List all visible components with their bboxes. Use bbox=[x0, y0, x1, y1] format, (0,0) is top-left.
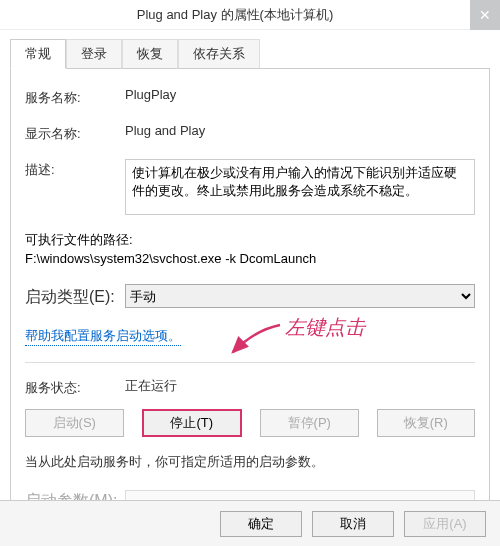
description-label: 描述: bbox=[25, 159, 125, 179]
startup-type-select[interactable]: 手动 bbox=[125, 284, 475, 308]
window-title: Plug and Play 的属性(本地计算机) bbox=[0, 6, 470, 24]
ok-button[interactable]: 确定 bbox=[220, 511, 302, 537]
startup-type-label: 启动类型(E): bbox=[25, 285, 125, 308]
dialog-footer: 确定 取消 应用(A) bbox=[0, 500, 500, 546]
tab-general[interactable]: 常规 bbox=[10, 39, 66, 69]
service-name-label: 服务名称: bbox=[25, 87, 125, 107]
tab-dependencies[interactable]: 依存关系 bbox=[178, 39, 260, 69]
service-name-row: 服务名称: PlugPlay bbox=[25, 87, 475, 107]
startup-type-row: 启动类型(E): 手动 bbox=[25, 284, 475, 308]
general-panel: 服务名称: PlugPlay 显示名称: Plug and Play 描述: 使… bbox=[10, 69, 490, 525]
close-button[interactable]: ✕ bbox=[470, 0, 500, 30]
display-name-label: 显示名称: bbox=[25, 123, 125, 143]
description-row: 描述: 使计算机在极少或没有用户输入的情况下能识别并适应硬件的更改。终止或禁用此… bbox=[25, 159, 475, 215]
content-area: 常规 登录 恢复 依存关系 服务名称: PlugPlay 显示名称: Plug … bbox=[0, 30, 500, 525]
stop-button[interactable]: 停止(T) bbox=[142, 409, 243, 437]
tab-logon[interactable]: 登录 bbox=[66, 39, 122, 69]
service-status-label: 服务状态: bbox=[25, 377, 125, 397]
pause-button: 暂停(P) bbox=[260, 409, 359, 437]
display-name-value: Plug and Play bbox=[125, 123, 475, 138]
cancel-button[interactable]: 取消 bbox=[312, 511, 394, 537]
start-button: 启动(S) bbox=[25, 409, 124, 437]
service-control-buttons: 启动(S) 停止(T) 暂停(P) 恢复(R) bbox=[25, 409, 475, 437]
tab-strip: 常规 登录 恢复 依存关系 bbox=[10, 38, 490, 69]
separator bbox=[25, 362, 475, 363]
service-status-row: 服务状态: 正在运行 bbox=[25, 377, 475, 397]
titlebar: Plug and Play 的属性(本地计算机) ✕ bbox=[0, 0, 500, 30]
close-icon: ✕ bbox=[479, 7, 491, 23]
properties-dialog: Plug and Play 的属性(本地计算机) ✕ 常规 登录 恢复 依存关系… bbox=[0, 0, 500, 546]
apply-button: 应用(A) bbox=[404, 511, 486, 537]
startup-params-hint: 当从此处启动服务时，你可指定所适用的启动参数。 bbox=[25, 453, 475, 471]
executable-path-section: 可执行文件的路径: F:\windows\system32\svchost.ex… bbox=[25, 231, 475, 266]
help-link[interactable]: 帮助我配置服务启动选项。 bbox=[25, 327, 181, 346]
resume-button: 恢复(R) bbox=[377, 409, 476, 437]
service-status-value: 正在运行 bbox=[125, 377, 475, 395]
description-textbox[interactable]: 使计算机在极少或没有用户输入的情况下能识别并适应硬件的更改。终止或禁用此服务会造… bbox=[125, 159, 475, 215]
tab-recovery[interactable]: 恢复 bbox=[122, 39, 178, 69]
executable-path-value: F:\windows\system32\svchost.exe -k DcomL… bbox=[25, 251, 475, 266]
service-name-value: PlugPlay bbox=[125, 87, 475, 102]
display-name-row: 显示名称: Plug and Play bbox=[25, 123, 475, 143]
executable-path-label: 可执行文件的路径: bbox=[25, 231, 475, 249]
